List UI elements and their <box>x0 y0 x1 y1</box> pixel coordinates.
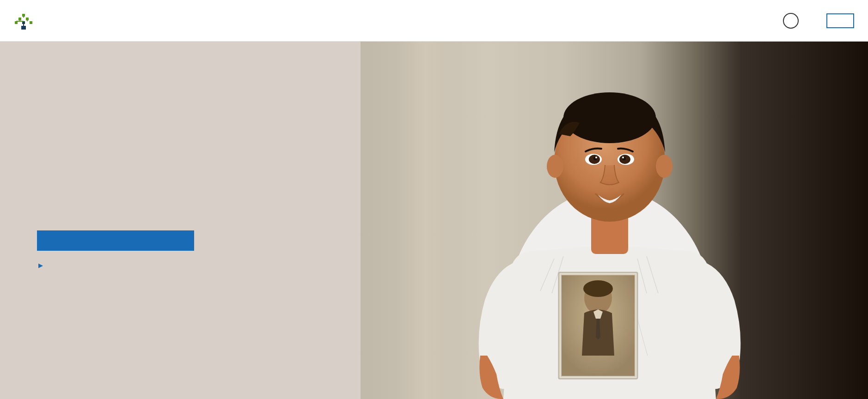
already-account-text <box>37 260 324 270</box>
svg-rect-1 <box>18 18 21 20</box>
hero-headline <box>37 171 324 201</box>
svg-point-40 <box>622 157 624 158</box>
hero-section <box>0 42 868 399</box>
svg-rect-28 <box>561 275 635 376</box>
boy-svg <box>361 42 868 399</box>
nav-indexing[interactable] <box>112 0 132 42</box>
free-account-button[interactable] <box>37 230 194 251</box>
help-icon[interactable] <box>783 13 799 29</box>
hero-right <box>361 42 868 399</box>
svg-rect-5 <box>30 21 32 24</box>
nav-family-tree[interactable] <box>51 0 71 42</box>
svg-rect-0 <box>22 14 25 17</box>
logo[interactable] <box>14 11 37 30</box>
hero-left <box>0 42 361 399</box>
create-account-button[interactable] <box>826 13 854 28</box>
nav-search[interactable] <box>71 0 92 42</box>
nav-memories[interactable] <box>92 0 112 42</box>
svg-point-32 <box>563 92 656 143</box>
svg-rect-2 <box>26 18 29 20</box>
svg-point-41 <box>547 155 563 178</box>
main-nav <box>51 0 783 42</box>
svg-point-36 <box>595 157 597 158</box>
header <box>0 0 868 42</box>
svg-rect-12 <box>21 26 26 30</box>
svg-point-42 <box>656 155 672 178</box>
header-right <box>783 13 854 29</box>
sign-in-link[interactable] <box>37 260 43 269</box>
nav-activities[interactable] <box>132 0 153 42</box>
logo-icon <box>14 11 33 30</box>
